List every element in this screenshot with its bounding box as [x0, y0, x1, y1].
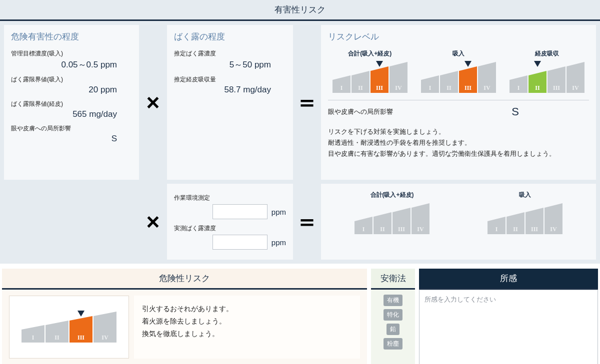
advice-line: 引火するおそれがあります。	[142, 303, 352, 315]
risk-gauge-icon: IIIIIIIV	[488, 203, 562, 234]
exposure-title: ばく露の程度	[174, 31, 286, 42]
advice-line: 目や皮膚に有害な影響があります。適切な労働衛生保護具を着用しましょう。	[328, 148, 589, 159]
risk-gauge-head: 合計(吸入+経皮)	[328, 49, 412, 58]
exposure-item-value: 58.7 mg/day	[174, 85, 286, 95]
exposure-item-label: 推定経皮吸収量	[174, 75, 286, 84]
risk-advice: リスクを下げる対策を実施しましょう。 耐透過性・耐浸透性の手袋を着用を推奨します…	[328, 126, 589, 159]
danger-advice: 引火するおそれがあります。 着火源を除去しましょう。 換気を徹底しましょう。	[134, 296, 360, 359]
risk-gauge-head: 合計(吸入+経皮)	[328, 191, 456, 199]
law-header: 安衛法	[371, 269, 415, 290]
advice-line: 耐透過性・耐浸透性の手袋を着用を推奨します。	[328, 137, 589, 148]
svg-text:III: III	[553, 84, 560, 91]
risk-gauge-block: 吸入IIIIIIIV	[461, 191, 589, 234]
law-badge: 鉛	[386, 324, 400, 335]
risk-gauge-icon: IIIIIIIV	[421, 62, 496, 93]
exposure-item: 推定ばく露濃度 5～50 ppm	[174, 49, 286, 70]
local-effect-row: 眼や皮膚への局所影響 S	[328, 100, 589, 118]
svg-text:IV: IV	[417, 226, 424, 233]
svg-text:IV: IV	[550, 226, 557, 233]
svg-text:III: III	[398, 226, 405, 233]
risk-gauge-block: 経皮吸収IIIIIIIV	[506, 49, 589, 93]
work-env-input[interactable]	[212, 204, 268, 219]
svg-text:II: II	[446, 84, 452, 91]
danger-risk-header: 危険性リスク	[2, 269, 367, 290]
svg-text:I: I	[518, 84, 520, 91]
risk-gauge-icon: IIIIIIIV	[332, 62, 408, 93]
svg-text:II: II	[380, 226, 385, 233]
hazard-item: ばく露限界値(吸入) 20 ppm	[11, 75, 132, 95]
svg-text:IV: IV	[395, 84, 402, 91]
measured-item-label: 実測ばく露濃度	[174, 224, 286, 233]
impression-textarea[interactable]	[420, 290, 598, 364]
measured-exposure-panel: 作業環境測定 ppm 実測ばく露濃度 ppm	[167, 184, 293, 260]
measured-exposure-input[interactable]	[212, 235, 268, 250]
svg-text:III: III	[531, 226, 538, 233]
svg-text:III: III	[376, 84, 383, 91]
hazard-risk-header: 有害性リスク	[0, 0, 600, 21]
hazard-item: 管理目標濃度(吸入) 0.05～0.5 ppm	[11, 49, 132, 70]
svg-text:II: II	[358, 84, 363, 91]
hazard-item-label: ばく露限界値(経皮)	[11, 100, 132, 108]
equals-operator-icon: ＝	[293, 184, 321, 260]
hazard-item-value: 565 mg/day	[11, 109, 132, 119]
hazard-item-value: 0.05～0.5 ppm	[11, 59, 132, 70]
hazard-row-2: × 作業環境測定 ppm 実測ばく露濃度 ppm ＝ 合計(吸入+経皮)IIII…	[0, 180, 600, 264]
impression-panel: 所感	[419, 269, 598, 364]
svg-text:IV: IV	[484, 84, 490, 91]
hazard-row2-spacer	[4, 184, 139, 260]
risk-level-title: リスクレベル	[328, 31, 589, 42]
svg-text:II: II	[54, 334, 60, 341]
svg-text:III: III	[464, 84, 472, 91]
hazard-item-value: 20 ppm	[11, 85, 132, 95]
times-operator-icon: ×	[139, 184, 167, 260]
danger-gauge-box: IIIIIIIV	[9, 296, 129, 359]
risk-gauge-block: 合計(吸入+経皮)IIIIIIIV	[328, 191, 456, 234]
law-badge: 粉塵	[384, 338, 402, 350]
advice-line: 着火源を除去しましょう。	[142, 315, 352, 328]
svg-text:II: II	[536, 84, 540, 91]
danger-risk-panel: 危険性リスク IIIIIIIV 引火するおそれがあります。 着火源を除去しましょ…	[2, 269, 367, 364]
risk-gauge-head: 経皮吸収	[506, 49, 589, 58]
measured-risk-panel: 合計(吸入+経皮)IIIIIIIV吸入IIIIIIIV	[321, 184, 596, 260]
svg-text:I: I	[496, 226, 498, 233]
measured-item: 作業環境測定 ppm	[174, 194, 286, 219]
svg-text:II: II	[513, 226, 518, 233]
svg-text:I: I	[340, 84, 342, 91]
times-operator-icon: ×	[139, 25, 167, 180]
bottom-row: 危険性リスク IIIIIIIV 引火するおそれがあります。 着火源を除去しましょ…	[0, 269, 600, 364]
local-effect-label: 眼や皮膚への局所影響	[328, 107, 393, 116]
law-badge: 特化	[384, 309, 402, 321]
risk-gauge-icon: IIIIIIIV	[510, 62, 584, 93]
impression-header: 所感	[419, 269, 598, 290]
svg-text:I: I	[32, 334, 34, 341]
measured-item: 実測ばく露濃度 ppm	[174, 224, 286, 250]
equals-operator-icon: ＝	[293, 25, 321, 180]
svg-text:IV: IV	[572, 84, 580, 91]
hazard-item-label: ばく露限界値(吸入)	[11, 75, 132, 84]
local-effect-value: S	[512, 105, 519, 118]
hazard-degree-panel: 危険有害性の程度 管理目標濃度(吸入) 0.05～0.5 ppm ばく露限界値(…	[4, 25, 139, 180]
risk-gauge-head: 吸入	[461, 191, 589, 199]
risk-gauge-head: 吸入	[416, 49, 500, 58]
exposure-item: 推定経皮吸収量 58.7 mg/day	[174, 75, 286, 95]
unit-label: ppm	[272, 238, 286, 247]
risk-gauge-block: 合計(吸入+経皮)IIIIIIIV	[328, 49, 412, 93]
danger-gauge-icon: IIIIIIIV	[22, 312, 116, 343]
advice-line: 換気を徹底しましょう。	[142, 328, 352, 340]
unit-label: ppm	[272, 208, 286, 216]
hazard-item-label: 眼や皮膚への局所影響	[11, 124, 132, 133]
law-panel: 安衛法 有機特化鉛粉塵	[371, 269, 415, 364]
svg-text:III: III	[78, 334, 84, 341]
advice-line: リスクを下げる対策を実施しましょう。	[328, 126, 589, 137]
risk-gauge-icon: IIIIIIIV	[354, 203, 430, 234]
exposure-item-label: 推定ばく露濃度	[174, 49, 286, 58]
svg-text:I: I	[362, 226, 365, 233]
svg-text:I: I	[429, 84, 432, 91]
measured-item-label: 作業環境測定	[174, 194, 286, 202]
risk-level-panel: リスクレベル 合計(吸入+経皮)IIIIIIIV吸入IIIIIIIV経皮吸収II…	[321, 25, 596, 180]
hazard-degree-title: 危険有害性の程度	[11, 31, 132, 42]
hazard-row-1: 危険有害性の程度 管理目標濃度(吸入) 0.05～0.5 ppm ばく露限界値(…	[0, 21, 600, 180]
exposure-item-value: 5～50 ppm	[174, 59, 286, 70]
svg-text:IV: IV	[102, 334, 108, 341]
risk-gauge-block: 吸入IIIIIIIV	[416, 49, 500, 93]
